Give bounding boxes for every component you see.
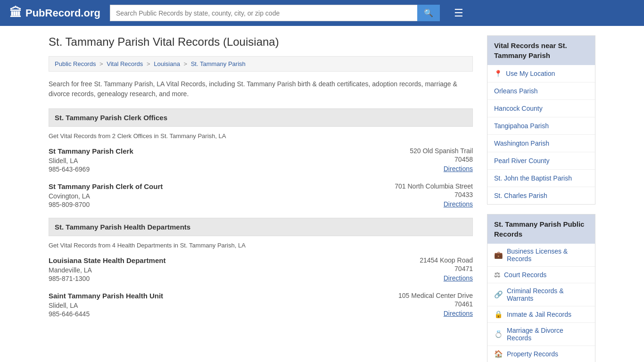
breadcrumb-louisiana[interactable]: Louisiana [154, 60, 180, 67]
pearl-river-county-link[interactable]: Pearl River County [494, 157, 588, 165]
search-icon: 🔍 [424, 9, 433, 17]
record-street: 520 Old Spanish Trail [410, 147, 473, 155]
record-address: 701 North Columbia Street 70433 Directio… [395, 182, 473, 208]
record-zip: 70471 [420, 265, 473, 272]
record-address: 21454 Koop Road 70471 Directions [420, 256, 473, 282]
record-phone: 985-643-6969 [49, 165, 410, 173]
property-records-item[interactable]: 🏠 Property Records [487, 346, 595, 362]
use-location-item[interactable]: 📍 Use My Location [487, 65, 595, 82]
record-entry: St Tammany Parish Clerk of Court Covingt… [49, 182, 473, 208]
clerk-offices-desc: Get Vital Records from 2 Clerk Offices i… [49, 132, 473, 140]
breadcrumb-parish[interactable]: St. Tammany Parish [191, 60, 246, 67]
tangipahoa-parish-link[interactable]: Tangipahoa Parish [494, 122, 588, 130]
directions-link-2[interactable]: Directions [395, 200, 473, 208]
record-info: Saint Tammany Parish Health Unit Slidell… [49, 292, 398, 318]
site-logo[interactable]: 🏛 PubRecord.org [9, 6, 100, 20]
record-entry: Saint Tammany Parish Health Unit Slidell… [49, 292, 473, 318]
nearby-link-orleans[interactable]: Orleans Parish [487, 82, 595, 100]
record-name: St Tammany Parish Clerk [49, 147, 410, 155]
marriage-records-item[interactable]: 💍 Marriage & Divorce Records [487, 323, 595, 346]
link-icon: 🔗 [494, 290, 503, 299]
logo-text: PubRecord.org [25, 7, 100, 19]
record-entry: St Tammany Parish Clerk Slidell, LA 985-… [49, 147, 473, 173]
sidebar: Vital Records near St. Tammany Parish 📍 … [487, 35, 595, 362]
record-city: Slidell, LA [49, 302, 398, 309]
breadcrumb-sep-1: > [99, 60, 105, 67]
record-phone: 985-646-6445 [49, 310, 398, 318]
record-name: St Tammany Parish Clerk of Court [49, 182, 395, 190]
nearby-link-charles[interactable]: St. Charles Parish [487, 187, 595, 204]
location-pin-icon: 📍 [494, 70, 502, 77]
nearby-title: Vital Records near St. Tammany Parish [487, 36, 595, 65]
directions-link-1[interactable]: Directions [410, 165, 473, 173]
rings-icon: 💍 [494, 330, 503, 338]
public-records-title: St. Tammany Parish Public Records [487, 214, 595, 244]
charles-parish-link[interactable]: St. Charles Parish [494, 192, 588, 199]
record-phone: 985-809-8700 [49, 201, 395, 208]
business-licenses-item[interactable]: 💼 Business Licenses & Records [487, 244, 595, 267]
public-records-box: St. Tammany Parish Public Records 💼 Busi… [487, 214, 595, 362]
nearby-link-hancock[interactable]: Hancock County [487, 100, 595, 117]
house-icon: 🏠 [494, 350, 503, 358]
logo-icon: 🏛 [9, 6, 22, 20]
directions-link-4[interactable]: Directions [398, 310, 473, 317]
record-name: Saint Tammany Parish Health Unit [49, 292, 398, 300]
record-info: Louisiana State Health Department Mandev… [49, 256, 420, 282]
lock-icon: 🔒 [494, 310, 503, 319]
court-records-item[interactable]: ⚖ Court Records [487, 267, 595, 283]
search-bar: 🔍 [110, 5, 440, 21]
record-city: Slidell, LA [49, 157, 410, 165]
orleans-parish-link[interactable]: Orleans Parish [494, 87, 588, 95]
breadcrumb-vital-records[interactable]: Vital Records [107, 60, 143, 67]
page-container: St. Tammany Parish Vital Records (Louisi… [39, 26, 605, 362]
court-records-link[interactable]: Court Records [504, 271, 546, 279]
record-address: 520 Old Spanish Trail 70458 Directions [410, 147, 473, 173]
marriage-records-link[interactable]: Marriage & Divorce Records [507, 327, 588, 342]
property-records-link[interactable]: Property Records [507, 350, 558, 358]
record-city: Mandeville, LA [49, 266, 420, 274]
search-input[interactable] [110, 5, 417, 21]
use-location-link[interactable]: Use My Location [506, 70, 588, 77]
breadcrumb-sep-3: > [183, 60, 189, 67]
record-info: St Tammany Parish Clerk of Court Covingt… [49, 182, 395, 208]
clerk-offices-header: St. Tammany Parish Clerk Offices [49, 108, 473, 127]
inmate-records-item[interactable]: 🔒 Inmate & Jail Records [487, 306, 595, 323]
record-entry: Louisiana State Health Department Mandev… [49, 256, 473, 282]
record-name: Louisiana State Health Department [49, 256, 420, 264]
nearby-link-tangipahoa[interactable]: Tangipahoa Parish [487, 117, 595, 135]
nearby-link-washington[interactable]: Washington Parish [487, 135, 595, 152]
washington-parish-link[interactable]: Washington Parish [494, 140, 588, 147]
directions-link-3[interactable]: Directions [420, 274, 473, 282]
scales-icon: ⚖ [494, 271, 500, 279]
record-zip: 70433 [395, 191, 473, 198]
nearby-link-john-baptist[interactable]: St. John the Baptist Parish [487, 170, 595, 187]
record-street: 21454 Koop Road [420, 256, 473, 264]
record-address: 105 Medical Center Drive 70461 Direction… [398, 292, 473, 317]
record-zip: 70458 [410, 156, 473, 163]
record-zip: 70461 [398, 300, 473, 308]
hamburger-icon: ☰ [454, 7, 463, 19]
record-street: 701 North Columbia Street [395, 182, 473, 190]
page-title: St. Tammany Parish Vital Records (Louisi… [49, 35, 473, 49]
record-phone: 985-871-1300 [49, 275, 420, 282]
business-licenses-link[interactable]: Business Licenses & Records [507, 247, 588, 263]
nearby-box: Vital Records near St. Tammany Parish 📍 … [487, 35, 595, 205]
record-street: 105 Medical Center Drive [398, 292, 473, 299]
breadcrumb-public-records[interactable]: Public Records [55, 60, 96, 67]
main-content: St. Tammany Parish Vital Records (Louisi… [49, 35, 473, 362]
nearby-link-pearl-river[interactable]: Pearl River County [487, 152, 595, 170]
john-baptist-parish-link[interactable]: St. John the Baptist Parish [494, 174, 588, 182]
criminal-records-item[interactable]: 🔗 Criminal Records & Warrants [487, 283, 595, 306]
breadcrumb-sep-2: > [147, 60, 152, 67]
criminal-records-link[interactable]: Criminal Records & Warrants [507, 287, 588, 302]
menu-button[interactable]: ☰ [454, 7, 463, 19]
site-header: 🏛 PubRecord.org 🔍 ☰ [0, 0, 644, 26]
breadcrumb: Public Records > Vital Records > Louisia… [49, 56, 473, 72]
record-info: St Tammany Parish Clerk Slidell, LA 985-… [49, 147, 410, 173]
record-city: Covington, LA [49, 192, 395, 200]
hancock-county-link[interactable]: Hancock County [494, 105, 588, 112]
search-button[interactable]: 🔍 [417, 5, 440, 21]
page-description: Search for free St. Tammany Parish, LA V… [49, 79, 473, 99]
health-depts-desc: Get Vital Records from 4 Health Departme… [49, 242, 473, 249]
inmate-records-link[interactable]: Inmate & Jail Records [507, 311, 571, 318]
